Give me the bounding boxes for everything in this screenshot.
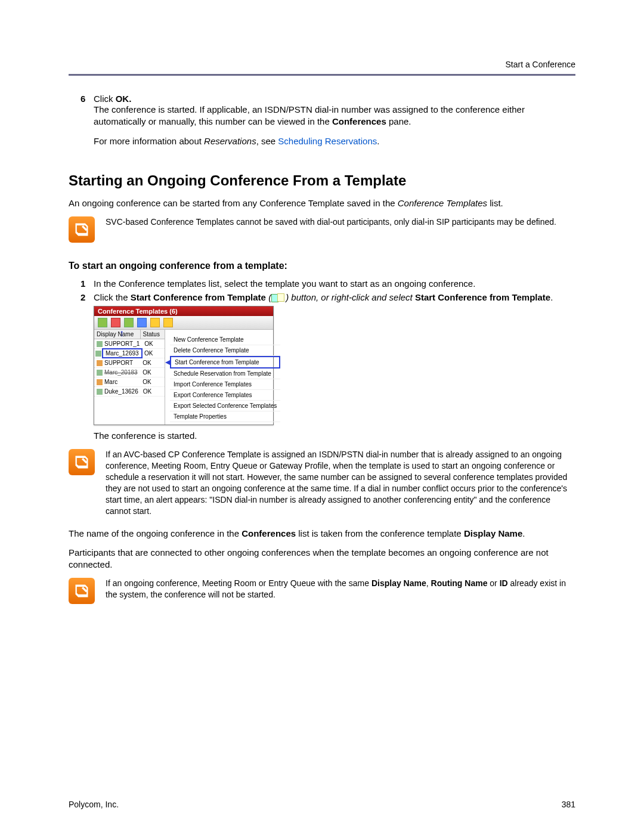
note-text: If an ongoing conference, Meeting Room o… xyxy=(106,578,575,600)
step-number: 1 xyxy=(80,278,94,289)
menu-item: Export Selected Conference Templates xyxy=(170,401,280,411)
toolbar-icon xyxy=(98,318,107,327)
step-number: 6 xyxy=(80,94,94,154)
menu-item: Template Properties xyxy=(170,411,280,422)
display-name-paragraph: The name of the ongoing conference in th… xyxy=(69,528,575,540)
mock-title: Conference Templates (6) xyxy=(94,306,273,316)
note-text: SVC-based Conference Templates cannot be… xyxy=(106,216,575,228)
toolbar-icon xyxy=(137,318,147,327)
menu-item: Import Conference Templates xyxy=(170,379,280,390)
heading-starting-from-template: Starting an Ongoing Conference From a Te… xyxy=(69,172,575,189)
toolbar-icon xyxy=(124,318,134,327)
mock-context-menu: New Conference Template Delete Conferenc… xyxy=(165,330,280,425)
mock-template-list: Display Name↑ Status SUPPORT_1OK Marc_12… xyxy=(94,330,165,425)
note-icon xyxy=(69,216,95,243)
start-conf-from-template-icon xyxy=(271,293,286,302)
participants-paragraph: Participants that are connected to other… xyxy=(69,547,575,571)
menu-item: Schedule Reservation from Template xyxy=(170,368,280,379)
step-6-p2: For more information about Reservations,… xyxy=(94,135,575,147)
step-2-text: Click the Start Conference from Template… xyxy=(94,292,575,302)
note-icon xyxy=(69,578,95,604)
toolbar-icon xyxy=(111,318,120,327)
intro-paragraph: An ongoing conference can be started fro… xyxy=(69,197,575,209)
toolbar-icon xyxy=(150,318,160,327)
menu-item: New Conference Template xyxy=(170,335,280,345)
note-icon xyxy=(69,449,95,475)
conference-started-text: The conference is started. xyxy=(94,430,575,442)
page-section-header: Start a Conference xyxy=(69,60,575,69)
step-1: 1 In the Conference templates list, sele… xyxy=(80,278,575,289)
menu-item-start-conference: Start Conference from Template xyxy=(170,356,280,368)
note-isdn-conflict: If an AVC-based CP Conference Template i… xyxy=(69,449,575,516)
menu-item: Delete Conference Template xyxy=(170,345,280,356)
col-status: Status xyxy=(141,330,165,339)
procedure-heading: To start an ongoing conference from a te… xyxy=(69,261,575,271)
note-text: If an AVC-based CP Conference Template i… xyxy=(106,449,575,516)
note-svc-templates: SVC-based Conference Templates cannot be… xyxy=(69,216,575,243)
blue-arrow-icon: ↑ xyxy=(119,328,124,339)
screenshot-conference-templates: Conference Templates (6) Display Name↑ S… xyxy=(94,306,274,425)
col-display-name: Display Name↑ xyxy=(94,330,141,339)
step-1-text: In the Conference templates list, select… xyxy=(94,278,575,289)
step-2: 2 Click the Start Conference from Templa… xyxy=(80,292,575,302)
link-scheduling-reservations[interactable]: Scheduling Reservations xyxy=(278,136,377,146)
toolbar-icon xyxy=(163,318,173,327)
footer-company: Polycom, Inc. xyxy=(69,800,119,809)
step-6-line1: Click OK. xyxy=(94,94,575,104)
note-duplicate-name: If an ongoing conference, Meeting Room o… xyxy=(69,578,575,604)
menu-item: Export Conference Templates xyxy=(170,390,280,401)
selected-template: Marc_12693 xyxy=(102,348,143,358)
step-6: 6 Click OK. The conference is started. I… xyxy=(80,94,575,154)
step-number: 2 xyxy=(80,292,94,302)
page-footer: Polycom, Inc. 381 xyxy=(69,800,575,809)
footer-page-number: 381 xyxy=(562,800,575,809)
header-rule xyxy=(69,74,575,76)
step-6-p1: The conference is started. If applicable… xyxy=(94,104,575,128)
